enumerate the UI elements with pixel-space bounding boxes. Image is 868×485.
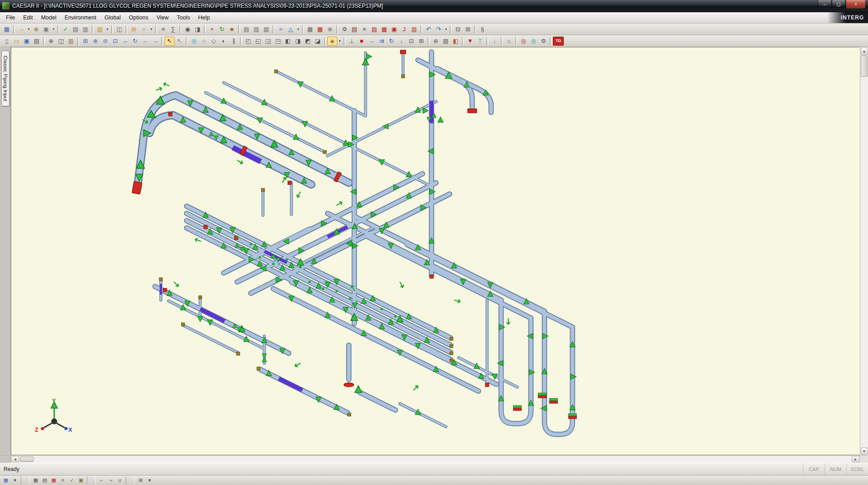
piping-input-small-button[interactable]: ▦ (1, 476, 10, 484)
continue-element-button[interactable]: → (16, 25, 26, 34)
list-view-button[interactable]: ≡ (58, 476, 67, 484)
moments-toggle[interactable]: ↻ (387, 37, 396, 46)
node-color-red-button[interactable]: ◎ (519, 37, 528, 46)
job-organizer-button[interactable]: J (399, 25, 409, 34)
menu-tools[interactable]: Tools (173, 13, 194, 23)
render-shaded-button[interactable]: ◐ (219, 37, 229, 46)
elbow-tool-button[interactable]: ¬ (106, 476, 115, 484)
scroll-down-button[interactable]: ▼ (861, 447, 868, 455)
more-tools-menu[interactable]: ▾ (145, 476, 154, 484)
element-info-toggle[interactable]: ⊞ (416, 37, 426, 46)
input-echo-button[interactable]: ▤ (241, 25, 251, 34)
menu-edit[interactable]: Edit (19, 13, 37, 23)
menu-global[interactable]: Global (100, 13, 125, 23)
classic-piping-input-tab[interactable]: Classic Piping Input (1, 51, 9, 106)
maximize-button[interactable]: ◻ (832, 0, 845, 9)
node-menu[interactable]: ▾ (149, 25, 154, 34)
report-list-button[interactable]: ≡ (359, 25, 369, 34)
flange-display-button[interactable]: ⊤ (475, 37, 485, 46)
loop-tool-button[interactable]: ∪ (115, 476, 124, 484)
errors-grid-button[interactable]: ▦ (49, 476, 58, 484)
view-bottom-button[interactable]: ◱ (253, 37, 263, 46)
uniform-loads-toggle[interactable]: ↓ (396, 37, 406, 46)
walkthrough-button[interactable]: ⌂ (504, 37, 514, 46)
two-line-mode-button[interactable]: ∥ (229, 37, 239, 46)
print-plot-button[interactable]: ▤ (441, 37, 451, 46)
view-next-button[interactable]: → (150, 37, 160, 46)
new-file-button[interactable]: ▯ (2, 37, 12, 46)
drop-node-button[interactable]: ↓ (490, 37, 500, 46)
app-icon[interactable] (2, 2, 9, 9)
horizontal-scroll-track[interactable] (34, 456, 851, 463)
node-increment-button[interactable]: ⊞ (129, 25, 139, 34)
print-button[interactable]: ▤ (32, 37, 42, 46)
orbit-button[interactable]: ↻ (130, 37, 140, 46)
menu-model[interactable]: Model (37, 13, 61, 23)
scroll-left-button[interactable]: ◄ (11, 456, 19, 462)
vertical-scrollbar[interactable]: ▲ ▼ (860, 47, 868, 455)
pan-button[interactable]: ↔ (120, 37, 130, 46)
reports-button[interactable]: ▤ (349, 25, 359, 34)
view-right-button[interactable]: ◳ (273, 37, 283, 46)
settings-button[interactable]: ⚙ (340, 25, 349, 34)
open-file-button[interactable]: ▭ (12, 37, 22, 46)
menu-file[interactable]: File (2, 13, 19, 23)
data-grid-button[interactable]: ▤ (40, 476, 49, 484)
piping-input-small-menu[interactable]: ▾ (10, 476, 19, 484)
input-listing-button[interactable]: ▤ (71, 25, 80, 34)
misc-options-button[interactable]: ▥ (251, 25, 261, 34)
external-interfaces-button[interactable]: ⊟ (453, 25, 463, 34)
spectrum-button[interactable]: △ (286, 25, 296, 34)
td-display-button[interactable]: TD (553, 37, 564, 46)
delete-element-button[interactable]: ⊗ (31, 25, 41, 34)
spectrum-menu[interactable]: ▾ (296, 25, 301, 34)
model-viewport[interactable]: Y Z X (11, 47, 860, 455)
translucent-menu[interactable]: ▾ (337, 37, 342, 46)
undo-button[interactable]: ↶ (424, 25, 434, 34)
stop-process-button[interactable]: × (207, 25, 217, 34)
redo-button[interactable]: ↷ (434, 25, 443, 34)
bend-tool-button[interactable]: ⌐ (97, 476, 106, 484)
node-grid-button[interactable]: ▦ (31, 476, 40, 484)
view-top-button[interactable]: ◰ (243, 37, 253, 46)
checks-button[interactable]: ✓ (67, 476, 76, 484)
pan-hand-button[interactable]: ⊛ (431, 37, 441, 46)
view-iso-sw-button[interactable]: ◩ (303, 37, 313, 46)
calculator-button[interactable]: ∑ (168, 25, 178, 34)
orbit-sphere-button[interactable]: ◎ (189, 37, 199, 46)
horizontal-scrollbar[interactable]: ◄ ► (0, 455, 868, 463)
load-cases-button[interactable]: ▦ (315, 25, 325, 34)
stress-isos-button[interactable]: ▨ (369, 25, 379, 34)
list-input-button[interactable]: ≡ (158, 25, 168, 34)
zoom-window-button[interactable]: ⊞ (80, 37, 90, 46)
cut-button[interactable]: ⊗ (46, 37, 56, 46)
zoom-out-button[interactable]: ⊖ (100, 37, 110, 46)
open-folder-button[interactable]: ▨ (95, 25, 105, 34)
piping-3d-view[interactable]: Y Z X (11, 47, 860, 455)
quick-report-button[interactable]: ▣ (389, 25, 399, 34)
displacements-toggle[interactable]: → (367, 37, 377, 46)
vertical-scroll-thumb[interactable] (861, 55, 868, 77)
scroll-right-button[interactable]: ► (852, 456, 859, 462)
plot-colors-button[interactable]: ◧ (451, 37, 461, 46)
view-front-button[interactable]: ◧ (283, 37, 293, 46)
view-back-button[interactable]: ◨ (293, 37, 303, 46)
zoom-in-button[interactable]: ⊕ (90, 37, 100, 46)
display-options-button[interactable]: ⚙ (538, 37, 548, 46)
title-lines-button[interactable]: ▧ (261, 25, 271, 34)
paste-button[interactable]: ▥ (66, 37, 76, 46)
menu-help[interactable]: Help (194, 13, 214, 23)
error-check-button[interactable]: ✓ (61, 25, 71, 34)
save-input-menu[interactable]: ▾ (51, 25, 56, 34)
select-button[interactable]: ↖ (165, 37, 175, 46)
view-previous-button[interactable]: ← (140, 37, 150, 46)
horizontal-scroll-thumb[interactable] (20, 457, 33, 462)
help-docs-button[interactable]: § (477, 25, 487, 34)
duplicate-button[interactable]: ◨ (193, 25, 203, 34)
view-iso-se-button[interactable]: ◪ (313, 37, 323, 46)
wave-loads-button[interactable]: ≈ (276, 25, 286, 34)
register-tab-button[interactable]: ▣ (76, 476, 85, 484)
save-input-button[interactable]: ▣ (41, 25, 51, 34)
zoom-extents-button[interactable]: ⊡ (110, 37, 120, 46)
menu-options[interactable]: Options (125, 13, 152, 23)
